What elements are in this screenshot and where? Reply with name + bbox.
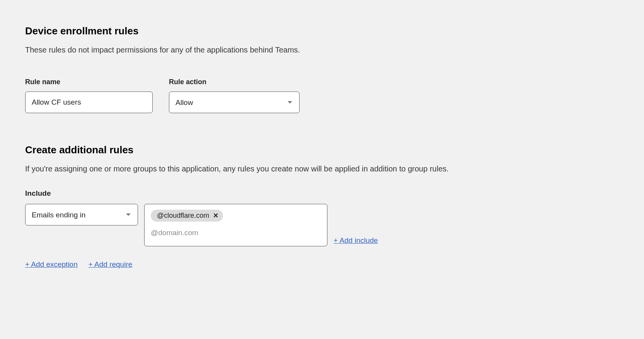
additional-title: Create additional rules — [25, 144, 619, 156]
include-label: Include — [25, 189, 619, 198]
bottom-links: + Add exception + Add require — [25, 260, 619, 269]
rule-name-group: Rule name — [25, 78, 153, 113]
add-include-button[interactable]: + Add include — [334, 236, 378, 245]
additional-description: If you're assigning one or more groups t… — [25, 163, 619, 175]
rule-action-select-wrapper: Allow — [169, 92, 300, 113]
include-row: Emails ending in @cloudflare.com ✕ + Add… — [25, 204, 619, 246]
rule-action-label: Rule action — [169, 78, 300, 86]
tag-pill: @cloudflare.com ✕ — [151, 210, 223, 222]
add-exception-button[interactable]: + Add exception — [25, 260, 78, 269]
tag-text: @cloudflare.com — [157, 212, 209, 220]
close-icon[interactable]: ✕ — [213, 212, 218, 219]
enrollment-description: These rules do not impact permissions fo… — [25, 44, 619, 56]
include-selector-wrapper: Emails ending in — [25, 204, 138, 225]
include-tags-input[interactable]: @cloudflare.com ✕ — [144, 204, 327, 246]
add-include-wrap: + Add include — [334, 204, 378, 246]
include-selector[interactable]: Emails ending in — [25, 204, 138, 225]
enrollment-title: Device enrollment rules — [25, 25, 619, 37]
rule-name-input[interactable] — [25, 92, 153, 113]
include-value-input[interactable] — [151, 229, 321, 237]
rule-fields-row: Rule name Rule action Allow — [25, 78, 619, 113]
add-require-button[interactable]: + Add require — [89, 260, 133, 269]
rule-name-label: Rule name — [25, 78, 153, 86]
rule-action-group: Rule action Allow — [169, 78, 300, 113]
rule-action-select[interactable]: Allow — [169, 92, 300, 113]
